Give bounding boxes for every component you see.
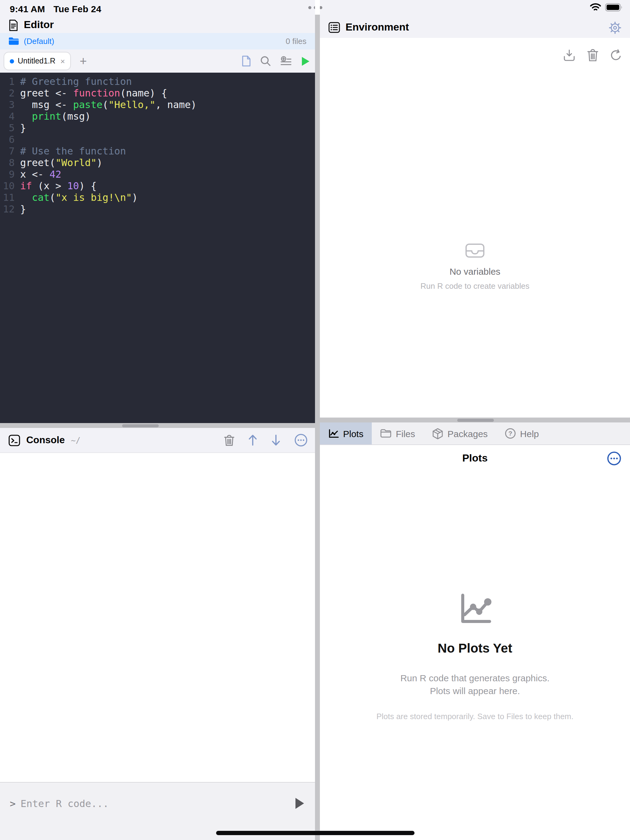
- tab-help[interactable]: ? Help: [496, 422, 548, 444]
- wifi-icon: [590, 3, 601, 12]
- file-tab-untitled1[interactable]: Untitled1.R ×: [4, 52, 71, 70]
- import-data-icon[interactable]: [563, 49, 576, 62]
- console-prompt: >: [10, 797, 16, 809]
- file-tab-name: Untitled1.R: [18, 57, 55, 65]
- plots-title-bar: Plots: [320, 445, 630, 472]
- search-icon[interactable]: [260, 55, 271, 66]
- tab-packages[interactable]: Packages: [424, 422, 496, 444]
- status-date: Tue Feb 24: [54, 4, 101, 14]
- status-time: 9:41 AM: [10, 4, 45, 14]
- editor-console-panel: Editor (Default) 0 files Untitled1.R × +: [0, 17, 315, 840]
- console-input[interactable]: Enter R code...: [21, 797, 291, 809]
- folder-outline-icon: [381, 429, 392, 438]
- panel-splitter-cap: [315, 0, 320, 15]
- files-count: 0 files: [286, 36, 306, 46]
- folder-icon: [9, 37, 19, 45]
- editor-panel-title: Editor: [24, 19, 54, 31]
- no-plots-title: No Plots Yet: [320, 641, 630, 656]
- console-more-icon[interactable]: [294, 433, 308, 447]
- inbox-tray-icon: [465, 243, 485, 258]
- settings-gear-icon[interactable]: [609, 21, 621, 34]
- outline-insert-icon[interactable]: [280, 56, 292, 66]
- scroll-down-icon[interactable]: [271, 434, 281, 446]
- line-chart-icon: [457, 593, 493, 626]
- new-tab-button[interactable]: +: [80, 54, 87, 68]
- panel-splitter-vertical[interactable]: [315, 15, 320, 840]
- no-variables-hint: Run R code to create variables: [320, 281, 630, 291]
- no-plots-line1: Run R code that generates graphics.: [320, 671, 630, 684]
- refresh-icon[interactable]: [610, 49, 622, 62]
- no-variables-text: No variables: [320, 266, 630, 276]
- splitter-handle[interactable]: [457, 418, 494, 422]
- chart-icon: [328, 429, 339, 438]
- workspace-name[interactable]: (Default): [24, 36, 54, 46]
- variables-list-icon: [328, 22, 340, 33]
- bottom-panel-tabs: Plots Files: [320, 422, 630, 445]
- svg-text:?: ?: [508, 430, 512, 437]
- environment-title: Environment: [346, 21, 409, 33]
- environment-plots-panel: Environment: [320, 17, 630, 840]
- workspace-bar[interactable]: (Default) 0 files: [0, 33, 315, 49]
- package-box-icon: [432, 428, 443, 439]
- console-output-area[interactable]: [0, 453, 315, 782]
- tab-plots[interactable]: Plots: [320, 422, 372, 444]
- editor-tab-bar: Untitled1.R × +: [0, 49, 315, 73]
- tab-packages-label: Packages: [447, 428, 488, 439]
- tab-plots-label: Plots: [343, 428, 363, 439]
- environment-header: Environment: [320, 17, 630, 38]
- console-header: Console ~/: [0, 428, 315, 453]
- plots-title: Plots: [462, 452, 488, 464]
- plots-more-icon[interactable]: [607, 451, 621, 466]
- no-plots-note: Plots are stored temporarily. Save to Fi…: [320, 712, 630, 721]
- clear-environment-icon[interactable]: [587, 49, 598, 62]
- editor-header: Editor: [0, 17, 315, 33]
- tab-help-label: Help: [520, 428, 539, 439]
- environment-content: No variables Run R code to create variab…: [320, 38, 630, 418]
- editor-console-splitter[interactable]: [0, 423, 315, 428]
- tab-close-icon[interactable]: ×: [60, 57, 65, 66]
- new-file-icon[interactable]: [242, 55, 251, 66]
- terminal-icon: [9, 434, 20, 446]
- splitter-handle[interactable]: [122, 424, 159, 427]
- help-icon: ?: [505, 428, 516, 439]
- code-lines: 1# Greeting function2greet <- function(n…: [0, 76, 315, 215]
- run-file-icon[interactable]: [301, 56, 310, 66]
- no-plots-line2: Plots will appear here.: [320, 684, 630, 697]
- plots-empty-state: No Plots Yet Run R code that generates g…: [320, 472, 630, 840]
- tab-files[interactable]: Files: [372, 422, 424, 444]
- environment-empty-state: No variables Run R code to create variab…: [320, 243, 630, 291]
- document-icon: [9, 19, 18, 31]
- console-title: Console: [26, 435, 65, 446]
- unsaved-dot-icon: [10, 59, 14, 63]
- scroll-up-icon[interactable]: [248, 434, 257, 446]
- screen: 9:41 AMTue Feb 24: [0, 0, 630, 840]
- no-plots-description: Run R code that generates graphics. Plot…: [320, 671, 630, 697]
- battery-icon: [605, 3, 623, 12]
- console-working-dir: ~/: [71, 436, 80, 445]
- status-time-date: 9:41 AMTue Feb 24: [10, 4, 101, 14]
- run-code-icon[interactable]: [295, 798, 304, 809]
- code-editor[interactable]: 1# Greeting function2greet <- function(n…: [0, 73, 315, 423]
- home-indicator[interactable]: [216, 831, 415, 835]
- environment-plots-splitter[interactable]: [320, 418, 630, 422]
- tab-files-label: Files: [396, 428, 415, 439]
- clear-console-icon[interactable]: [224, 434, 234, 446]
